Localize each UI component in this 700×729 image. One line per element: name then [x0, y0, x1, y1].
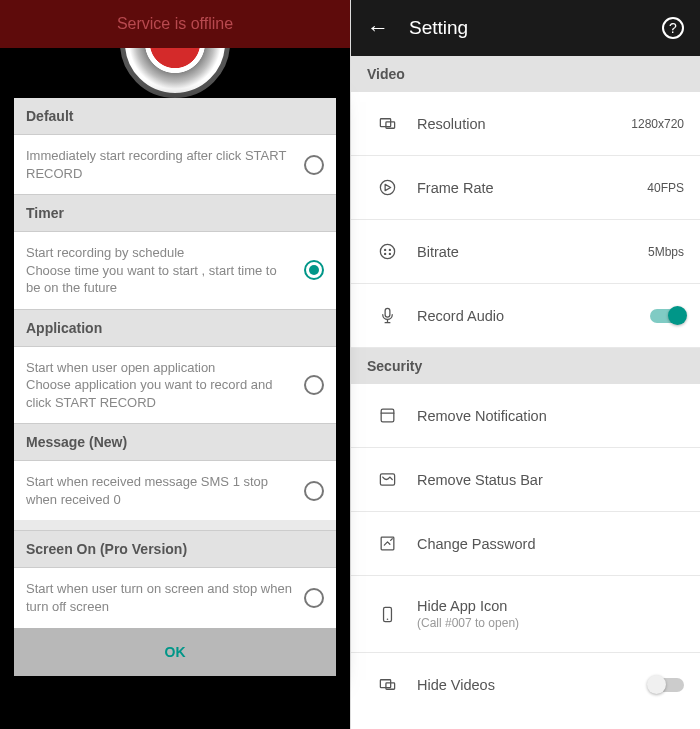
radio-icon[interactable] [304, 481, 324, 501]
svg-point-6 [383, 253, 385, 255]
settings-item-resolution[interactable]: Resolution1280x720 [351, 92, 700, 156]
item-label: Hide App Icon [417, 598, 684, 614]
password-icon [367, 534, 407, 553]
svg-point-14 [386, 618, 388, 620]
item-label: Hide Videos [417, 677, 640, 693]
item-label: Bitrate [417, 244, 638, 260]
item-value: 1280x720 [631, 117, 684, 131]
settings-item-hide-app-icon[interactable]: Hide App Icon(Call #007 to open) [351, 576, 700, 653]
settings-item-remove-notification[interactable]: Remove Notification [351, 384, 700, 448]
item-label: Frame Rate [417, 180, 637, 196]
settings-section-header: Video [351, 56, 700, 92]
option-row[interactable]: Start when received message SMS 1 stop w… [14, 461, 336, 520]
separator [14, 520, 336, 530]
svg-point-5 [388, 249, 390, 251]
record-backdrop [0, 48, 350, 98]
item-label: Resolution [417, 116, 621, 132]
hideapp-icon [367, 605, 407, 624]
back-icon[interactable]: ← [367, 15, 389, 41]
option-text: Start when user turn on screen and stop … [26, 580, 294, 615]
item-sublabel: (Call #007 to open) [417, 616, 684, 630]
section-header: Timer [14, 194, 336, 232]
option-text: Start when user open application Choose … [26, 359, 294, 412]
option-text: Immediately start recording after click … [26, 147, 294, 182]
option-row[interactable]: Start recording by schedule Choose time … [14, 232, 336, 309]
offline-text: Service is offline [117, 15, 233, 33]
help-icon[interactable]: ? [662, 17, 684, 39]
option-row[interactable]: Start when user open application Choose … [14, 347, 336, 424]
settings-header: ← Setting ? [351, 0, 700, 56]
hidevideo-icon [367, 675, 407, 694]
resolution-icon [367, 114, 407, 133]
option-row[interactable]: Start when user turn on screen and stop … [14, 568, 336, 627]
left-panel: Service is offline DefaultImmediately st… [0, 0, 350, 729]
settings-item-record-audio[interactable]: Record Audio [351, 284, 700, 348]
toggle-switch[interactable] [650, 678, 684, 692]
settings-item-hide-videos[interactable]: Hide Videos [351, 653, 700, 716]
radio-icon[interactable] [304, 375, 324, 395]
record-mode-dialog: DefaultImmediately start recording after… [14, 98, 336, 676]
statusbar-icon [367, 470, 407, 489]
svg-point-3 [380, 244, 394, 258]
item-value: 5Mbps [648, 245, 684, 259]
record-button-icon [120, 48, 230, 98]
svg-rect-8 [385, 308, 390, 317]
settings-item-change-password[interactable]: Change Password [351, 512, 700, 576]
framerate-icon [367, 178, 407, 197]
radio-icon[interactable] [304, 155, 324, 175]
section-header: Default [14, 98, 336, 135]
option-text: Start when received message SMS 1 stop w… [26, 473, 294, 508]
toggle-switch[interactable] [650, 309, 684, 323]
settings-section-header: Security [351, 348, 700, 384]
bitrate-icon [367, 242, 407, 261]
item-label: Change Password [417, 536, 684, 552]
svg-point-7 [388, 253, 390, 255]
section-header: Application [14, 309, 336, 347]
settings-item-bitrate[interactable]: Bitrate5Mbps [351, 220, 700, 284]
item-value: 40FPS [647, 181, 684, 195]
section-header: Screen On (Pro Version) [14, 530, 336, 568]
settings-item-remove-status-bar[interactable]: Remove Status Bar [351, 448, 700, 512]
item-label: Remove Notification [417, 408, 684, 424]
item-label: Record Audio [417, 308, 640, 324]
section-header: Message (New) [14, 423, 336, 461]
mic-icon [367, 306, 407, 325]
svg-point-4 [383, 249, 385, 251]
settings-panel: ← Setting ? VideoResolution1280x720Frame… [350, 0, 700, 729]
ok-button[interactable]: OK [14, 628, 336, 676]
svg-rect-9 [381, 409, 394, 422]
svg-point-2 [380, 180, 394, 194]
notification-icon [367, 406, 407, 425]
settings-title: Setting [409, 17, 642, 39]
option-row[interactable]: Immediately start recording after click … [14, 135, 336, 194]
offline-banner: Service is offline [0, 0, 350, 48]
radio-icon[interactable] [304, 588, 324, 608]
option-text: Start recording by schedule Choose time … [26, 244, 294, 297]
item-label: Remove Status Bar [417, 472, 684, 488]
settings-item-frame-rate[interactable]: Frame Rate40FPS [351, 156, 700, 220]
radio-icon[interactable] [304, 260, 324, 280]
